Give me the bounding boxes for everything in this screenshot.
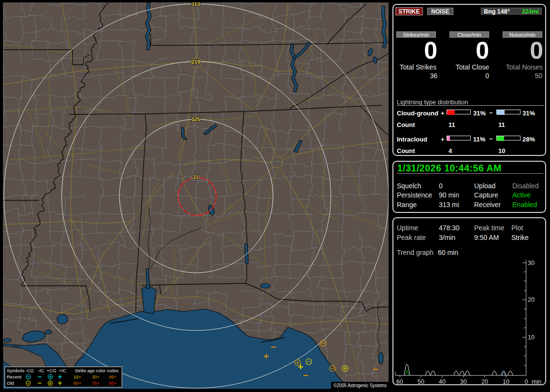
svg-text:60+: 60+: [73, 380, 82, 386]
svg-text:60: 60: [396, 378, 403, 385]
svg-text:31: 31: [193, 174, 199, 180]
svg-text:45+: 45+: [109, 374, 117, 379]
svg-text:20: 20: [481, 378, 488, 385]
svg-text:+CG: +CG: [47, 368, 57, 373]
svg-text:20: 20: [528, 296, 535, 303]
svg-text:©2005 Astrogenic Systems: ©2005 Astrogenic Systems: [333, 382, 387, 388]
svg-text:30: 30: [460, 378, 467, 385]
svg-text:75+: 75+: [92, 380, 100, 386]
svg-text:40: 40: [439, 378, 446, 385]
svg-text:30+: 30+: [92, 374, 100, 379]
svg-text:Old: Old: [7, 380, 14, 386]
svg-text:10: 10: [503, 378, 509, 385]
svg-text:125: 125: [191, 116, 200, 122]
svg-text:10: 10: [528, 334, 535, 341]
svg-text:313: 313: [191, 2, 200, 7]
svg-text:Recent: Recent: [7, 374, 21, 379]
svg-text:30: 30: [528, 260, 535, 266]
svg-text:Symbols: Symbols: [7, 368, 25, 373]
svg-text:15+: 15+: [73, 374, 82, 379]
svg-text:219: 219: [191, 59, 200, 65]
svg-text:50: 50: [418, 378, 424, 385]
svg-text:-CG: -CG: [26, 368, 34, 373]
svg-text:Strike age color codes: Strike age color codes: [75, 368, 118, 373]
svg-text:+IC: +IC: [58, 368, 66, 373]
svg-text:0: 0: [525, 378, 528, 385]
svg-text:min: min: [532, 378, 541, 385]
svg-text:-IC: -IC: [38, 368, 44, 373]
svg-text:90+: 90+: [109, 380, 117, 386]
